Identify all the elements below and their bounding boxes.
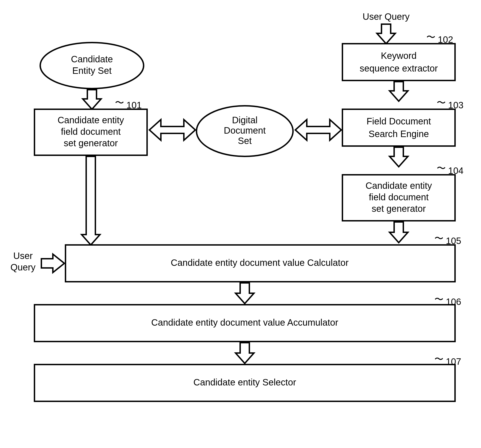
svg-text:field document: field document	[61, 126, 121, 137]
arrow-down-to-101	[83, 90, 101, 109]
svg-text:Candidate entity document valu: Candidate entity document value Calculat…	[171, 258, 349, 268]
svg-text:Field Document: Field Document	[367, 116, 431, 126]
svg-text:Entity Set: Entity Set	[72, 66, 112, 76]
arrow-down-into-102	[377, 24, 395, 44]
svg-text:Document: Document	[224, 125, 266, 135]
box-104-candidate-entity-field-doc-set-generator: Candidate entity field document set gene…	[342, 175, 455, 221]
box-102-keyword-sequence-extractor: Keyword sequence extractor	[342, 44, 455, 80]
ref-101: 〜 101	[115, 98, 142, 110]
label-user-query-left-line1: User	[13, 251, 33, 261]
svg-text:〜: 〜	[437, 163, 446, 173]
svg-text:〜: 〜	[437, 98, 446, 108]
arrow-down-105-106	[236, 283, 254, 304]
flow-diagram: User Query 〜 102 Keyword sequence extrac…	[0, 0, 481, 448]
svg-text:Candidate: Candidate	[71, 54, 113, 64]
arrow-down-106-107	[236, 343, 254, 363]
box-105-candidate-entity-document-value-calculator: Candidate entity document value Calculat…	[66, 245, 455, 282]
arrow-down-102-103	[390, 82, 408, 101]
svg-text:102: 102	[438, 34, 453, 45]
svg-text:〜: 〜	[426, 32, 436, 42]
ref-103: 〜 103	[437, 98, 464, 110]
svg-text:〜: 〜	[115, 98, 124, 108]
label-user-query-top: User Query	[363, 11, 410, 22]
svg-text:Candidate entity: Candidate entity	[57, 115, 124, 125]
svg-text:field document: field document	[369, 192, 428, 202]
svg-text:105: 105	[446, 236, 461, 246]
ref-102: 〜 102	[426, 32, 453, 45]
arrow-bidir-ellipse-103	[295, 120, 341, 140]
svg-text:〜: 〜	[434, 233, 443, 243]
ref-105: 〜 105	[434, 233, 461, 246]
svg-text:Search Engine: Search Engine	[369, 129, 429, 139]
svg-text:101: 101	[126, 100, 142, 110]
box-107-candidate-entity-selector: Candidate entity Selector	[34, 364, 455, 401]
svg-text:set generator: set generator	[372, 203, 426, 214]
arrow-down-101-105	[82, 156, 100, 245]
arrow-bidir-101-ellipse	[149, 120, 195, 140]
box-101-candidate-entity-field-doc-set-generator: Candidate entity field document set gene…	[34, 109, 147, 155]
svg-text:Set: Set	[238, 136, 252, 146]
ellipse-digital-document-set: Digital Document Set	[196, 106, 293, 156]
box-106-candidate-entity-document-value-accumulator: Candidate entity document value Accumula…	[34, 305, 455, 341]
svg-text:Candidate entity Selector: Candidate entity Selector	[194, 377, 296, 387]
svg-rect-16	[342, 109, 455, 146]
svg-text:〜: 〜	[434, 354, 443, 364]
ellipse-candidate-entity-set: Candidate Entity Set	[40, 43, 144, 89]
svg-text:set generator: set generator	[64, 138, 118, 148]
svg-text:sequence extractor: sequence extractor	[360, 63, 438, 73]
label-user-query-left-line2: Query	[11, 262, 36, 272]
arrow-down-104-105	[390, 222, 408, 243]
svg-text:Candidate entity document valu: Candidate entity document value Accumula…	[151, 317, 338, 327]
svg-text:Candidate entity: Candidate entity	[365, 181, 432, 191]
svg-text:Keyword: Keyword	[381, 51, 417, 61]
svg-rect-2	[342, 44, 455, 80]
svg-text:104: 104	[448, 166, 464, 176]
svg-text:103: 103	[448, 100, 464, 110]
box-103-field-document-search-engine: Field Document Search Engine	[342, 109, 455, 146]
arrow-right-user-query-105	[41, 254, 64, 272]
svg-text:〜: 〜	[434, 294, 443, 304]
svg-text:Digital: Digital	[232, 115, 257, 125]
arrow-down-103-104	[390, 147, 408, 167]
ref-104: 〜 104	[437, 163, 464, 176]
